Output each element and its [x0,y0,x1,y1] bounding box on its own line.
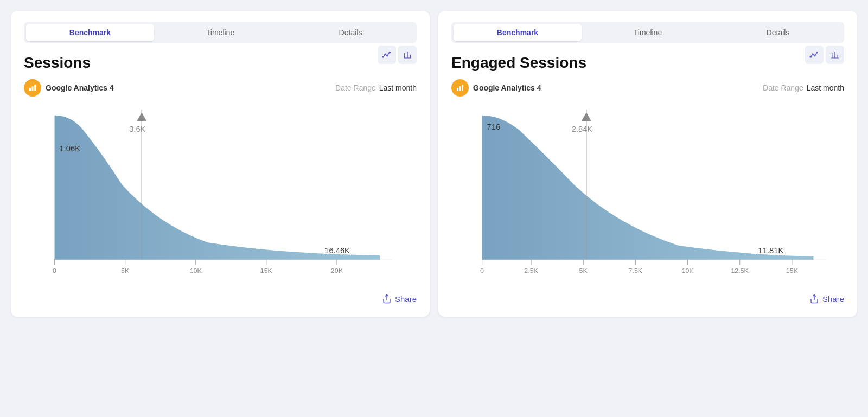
svg-point-30 [814,55,815,56]
svg-point-28 [810,56,811,57]
sessions-share-button[interactable]: Share [382,294,417,304]
engaged-sessions-source-name: Google Analytics 4 [473,84,541,92]
line-chart-icon-1 [382,50,392,60]
sessions-card: Benchmark Timeline Details Sessions [11,11,430,317]
sessions-meta-row: Google Analytics 4 Date Range Last month [24,79,417,97]
sessions-share-label: Share [395,294,417,304]
line-chart-icon-2 [809,50,819,60]
engaged-sessions-share-label: Share [822,294,844,304]
engaged-sessions-date-range: Date Range Last month [763,84,844,92]
svg-marker-12 [137,112,146,121]
svg-rect-10 [34,85,36,91]
svg-point-0 [382,56,384,57]
tab-benchmark-2[interactable]: Benchmark [454,24,582,41]
tab-timeline-2[interactable]: Timeline [584,24,712,41]
tab-benchmark-1[interactable]: Benchmark [26,24,154,41]
sessions-tabs: Benchmark Timeline Details [24,22,417,43]
svg-text:15K: 15K [260,267,272,274]
chart-line-icon-btn-2[interactable] [805,46,824,64]
tab-timeline-1[interactable]: Timeline [156,24,284,41]
svg-rect-38 [462,85,463,91]
chart-icon-group-1 [378,46,417,64]
engaged-sessions-date-range-label: Date Range [763,84,803,92]
sessions-title: Sessions [24,54,417,72]
sessions-source-icon [24,79,41,97]
sessions-share-row: Share [24,294,417,304]
svg-text:0: 0 [53,267,56,274]
svg-text:7.5K: 7.5K [629,267,643,274]
engaged-sessions-source-icon [451,79,469,97]
chart-bar-icon-btn-1[interactable] [398,46,417,64]
svg-point-31 [816,52,818,53]
chart-line-icon-btn-1[interactable] [378,46,396,64]
engaged-sessions-source: Google Analytics 4 [451,79,541,97]
engaged-sessions-card: Benchmark Timeline Details Engaged Sessi… [438,11,857,317]
engaged-sessions-share-button[interactable]: Share [809,294,844,304]
engaged-sessions-meta-row: Google Analytics 4 Date Range Last month [451,79,844,97]
svg-point-1 [385,54,386,55]
svg-text:1.06K: 1.06K [60,144,81,153]
svg-point-2 [387,55,388,56]
share-icon-2 [809,294,819,304]
svg-text:5K: 5K [579,267,588,274]
engaged-sessions-title: Engaged Sessions [451,54,844,72]
chart-icon-group-2 [805,46,844,64]
svg-rect-37 [459,86,461,91]
svg-text:20K: 20K [331,267,343,274]
engaged-sessions-chart: 2.84K 716 11.81K 0 2.5K 5K 7.5K 10K 12.5… [451,110,844,283]
svg-text:716: 716 [487,123,501,132]
svg-text:10K: 10K [681,267,693,274]
engaged-sessions-share-row: Share [451,294,844,304]
sessions-date-range-label: Date Range [335,84,376,92]
svg-text:10K: 10K [190,267,202,274]
tab-details-1[interactable]: Details [286,24,414,41]
engaged-sessions-tabs: Benchmark Timeline Details [451,22,844,43]
tab-details-2[interactable]: Details [714,24,842,41]
svg-text:2.5K: 2.5K [524,267,538,274]
svg-rect-9 [32,86,34,91]
svg-text:3.6K: 3.6K [129,125,146,133]
sessions-date-range-value: Last month [379,84,417,92]
engaged-sessions-date-range-value: Last month [807,84,844,92]
chart-bar-icon-btn-2[interactable] [826,46,844,64]
svg-text:2.84K: 2.84K [572,125,593,133]
svg-text:12.5K: 12.5K [731,267,748,274]
sessions-chart: 3.6K 1.06K 16.46K 0 5K 10K 15K 20K [24,110,417,283]
svg-text:16.46K: 16.46K [324,246,350,255]
sessions-source-name: Google Analytics 4 [46,84,114,92]
svg-rect-8 [29,88,31,91]
svg-point-29 [812,54,813,55]
engaged-sessions-chart-svg: 2.84K 716 11.81K 0 2.5K 5K 7.5K 10K 12.5… [451,110,844,283]
sessions-chart-svg: 3.6K 1.06K 16.46K 0 5K 10K 15K 20K [24,110,417,283]
svg-text:15K: 15K [786,267,798,274]
share-icon-1 [382,294,392,304]
svg-rect-36 [457,88,458,91]
svg-text:5K: 5K [121,267,129,274]
sessions-date-range: Date Range Last month [335,84,417,92]
svg-text:11.81K: 11.81K [758,246,784,255]
bar-chart-icon-2 [830,50,840,60]
svg-text:0: 0 [480,267,484,274]
bar-chart-icon-1 [403,50,412,60]
svg-marker-40 [582,112,591,121]
sessions-source: Google Analytics 4 [24,79,114,97]
svg-point-3 [389,52,390,53]
